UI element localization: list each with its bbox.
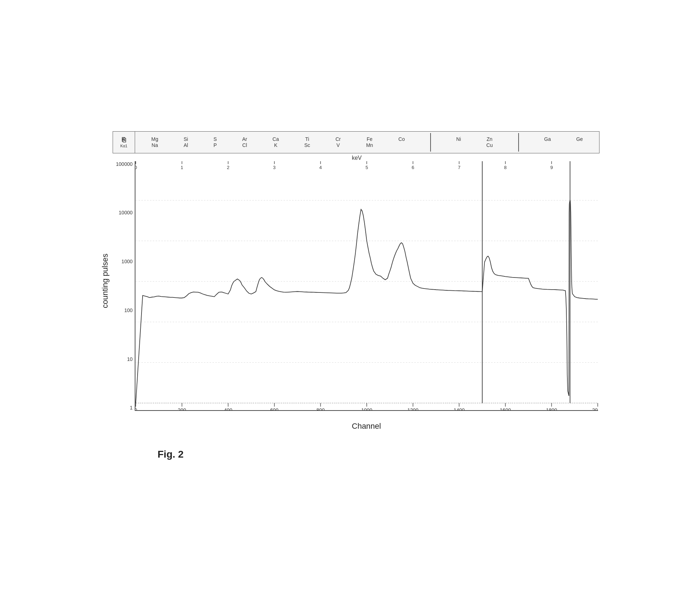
keV-row: keV: [113, 155, 599, 161]
svg-text:1000: 1000: [361, 407, 372, 411]
y-tick-100000: 100000: [116, 161, 133, 167]
el-Ni: Ni: [456, 136, 461, 148]
svg-text:2: 2: [227, 164, 230, 170]
svg-text:5: 5: [365, 164, 368, 170]
svg-text:9: 9: [550, 164, 553, 170]
page-container: counting pulses ⎘ Kα1 MgNa SiAl SP ArCl: [0, 0, 700, 591]
el-Cr-V: CrV: [335, 136, 341, 148]
svg-text:0: 0: [135, 164, 137, 170]
svg-text:1600: 1600: [500, 407, 511, 411]
el-Mg-Na: MgNa: [151, 136, 158, 148]
keV-label: keV: [114, 155, 599, 161]
el-Ti-Sc: TiSc: [304, 136, 310, 148]
main-chart-svg: 0 200 400 600 800 1000 1200 1400 1600 18…: [135, 161, 598, 411]
y-tick-1: 1: [130, 405, 133, 411]
svg-text:1200: 1200: [407, 407, 418, 411]
svg-text:4: 4: [319, 164, 322, 170]
svg-text:1400: 1400: [454, 407, 465, 411]
svg-text:600: 600: [270, 407, 279, 411]
svg-text:800: 800: [316, 407, 325, 411]
icon-label: Kα1: [120, 144, 128, 148]
el-Fe-Mn: FeMn: [366, 136, 373, 148]
el-Ga: Ga: [544, 136, 551, 148]
el-Si-Al: SiAl: [184, 136, 188, 148]
x-axis-label: Channel: [135, 411, 598, 431]
chart-right: ⎘ Kα1 MgNa SiAl SP ArCl CaK TiSc CrV FeM…: [113, 131, 599, 431]
y-tick-100: 100: [124, 307, 133, 313]
el-Co: Co: [398, 136, 405, 148]
el-Ge: Ge: [576, 136, 583, 148]
element-bar: ⎘ Kα1 MgNa SiAl SP ArCl CaK TiSc CrV FeM…: [113, 131, 599, 153]
spectrum-line: [136, 200, 598, 403]
svg-text:0: 0: [135, 407, 137, 411]
y-tick-1000: 1000: [122, 259, 133, 264]
y-tick-10: 10: [127, 356, 133, 362]
y-axis-ticks: 100000 10000 1000 100 10 1: [113, 161, 135, 411]
el-S-P: SP: [213, 136, 217, 148]
svg-text:1: 1: [181, 164, 183, 170]
element-bar-labels: MgNa SiAl SP ArCl CaK TiSc CrV FeMn Co N…: [135, 132, 599, 153]
svg-text:3: 3: [273, 164, 276, 170]
section-divider-2: [518, 133, 519, 152]
svg-text:7: 7: [458, 164, 460, 170]
figure-label: Fig. 2: [158, 449, 184, 460]
section-divider-1: [430, 133, 431, 152]
svg-text:2000: 2000: [592, 407, 598, 411]
svg-text:6: 6: [412, 164, 414, 170]
el-Ca-K: CaK: [273, 136, 279, 148]
el-Zn-Cu: ZnCu: [487, 136, 493, 148]
el-Ar-Cl: ArCl: [242, 136, 247, 148]
y-tick-10000: 10000: [119, 210, 133, 215]
element-bar-icon: ⎘ Kα1: [113, 132, 135, 153]
svg-text:1800: 1800: [546, 407, 557, 411]
svg-text:8: 8: [504, 164, 506, 170]
chart-area: counting pulses ⎘ Kα1 MgNa SiAl SP ArCl: [101, 131, 599, 431]
svg-text:400: 400: [224, 407, 232, 411]
chart-container: 100000 10000 1000 100 10 1: [113, 161, 599, 411]
x-axis-container: Channel: [135, 411, 599, 431]
figure-container: counting pulses ⎘ Kα1 MgNa SiAl SP ArCl: [101, 131, 599, 460]
y-axis-label: counting pulses: [101, 254, 110, 308]
svg-text:200: 200: [178, 407, 186, 411]
icon-symbol: ⎘: [122, 136, 126, 144]
